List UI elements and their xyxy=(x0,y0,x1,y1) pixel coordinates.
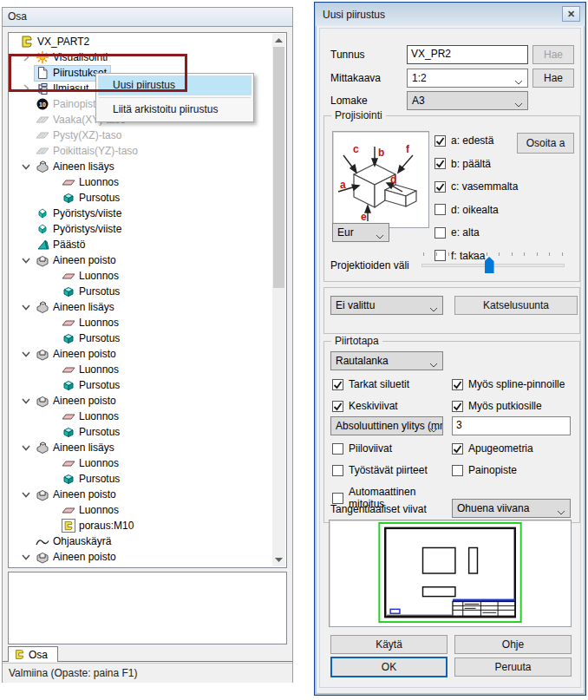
menu-item[interactable]: Uusi piirustus xyxy=(98,75,252,95)
overshoot-combo[interactable]: Absoluuttinen ylitys (mm) xyxy=(330,416,443,435)
checkbox-checked[interactable] xyxy=(434,158,446,169)
tree-item[interactable]: Poikittais(YZ)-taso xyxy=(9,143,272,159)
tree-item-body[interactable]: Pursotus xyxy=(61,285,123,299)
tree-item[interactable]: Pyöristys/viiste xyxy=(9,221,272,237)
tree-item-body[interactable]: Aputaso xyxy=(61,566,121,568)
tree-item[interactable]: Aputaso xyxy=(9,565,272,567)
view-direction-combo[interactable]: Ei valittu xyxy=(330,296,443,315)
osoita-a-button[interactable]: Osoita a xyxy=(517,133,574,154)
tree-item[interactable]: poraus:M10 xyxy=(9,518,272,533)
chevron-right-icon[interactable] xyxy=(17,50,35,64)
tree-item-body[interactable]: Aineen poisto xyxy=(35,487,120,502)
tree-item[interactable]: Luonnos xyxy=(9,502,272,518)
checkbox-unchecked[interactable] xyxy=(332,493,343,504)
tab-osa[interactable]: Osa xyxy=(8,646,58,662)
chevron-down-icon[interactable] xyxy=(17,300,35,314)
hae-button-2[interactable]: Hae xyxy=(532,69,574,88)
chevron-down-icon[interactable] xyxy=(17,394,35,408)
tree-item-body[interactable]: Aineen poisto xyxy=(35,394,120,409)
chevron-down-icon[interactable] xyxy=(17,441,35,455)
tree-item-body[interactable]: Luonnos xyxy=(61,269,122,284)
tree-item[interactable]: Pursotus xyxy=(9,190,272,206)
tree-item[interactable]: Visualisointi xyxy=(9,49,272,65)
tree-item-body[interactable]: Pursotus xyxy=(61,331,123,346)
checkbox-unchecked[interactable] xyxy=(332,443,343,455)
tree-item[interactable]: Pursotus xyxy=(9,330,272,346)
tree-item-body[interactable]: Aineen poisto xyxy=(35,253,120,268)
checkbox-unchecked[interactable] xyxy=(332,465,343,476)
chevron-right-icon[interactable] xyxy=(17,82,35,95)
tree-item-body[interactable]: Ohjauskäyrä xyxy=(35,534,114,549)
scroll-up-icon[interactable] xyxy=(272,34,285,47)
tree-item-body[interactable]: Aineen lisäys xyxy=(35,300,118,315)
tree-item-body[interactable]: Päästö xyxy=(35,238,88,252)
tree-item-body[interactable]: Pursotus xyxy=(61,472,123,487)
tree-scrollbar[interactable] xyxy=(272,34,285,566)
chevron-down-icon[interactable] xyxy=(17,253,35,267)
tree-item[interactable]: Aineen poisto xyxy=(9,346,272,362)
tree-item-body[interactable]: VX_PART2 xyxy=(19,35,93,49)
tree-item[interactable]: Aineen poisto xyxy=(9,487,272,502)
tree-item[interactable]: Aineen lisäys xyxy=(9,440,272,455)
tree-item[interactable]: Pursotus xyxy=(9,377,272,393)
tree-item-body[interactable]: Pysty(XZ)-taso xyxy=(35,128,125,143)
checkbox-unchecked[interactable] xyxy=(452,465,463,476)
tree-item-body[interactable]: Luonnos xyxy=(61,175,122,190)
tree-item[interactable]: Luonnos xyxy=(9,409,272,424)
chevron-down-icon[interactable] xyxy=(17,160,35,173)
tree-item-body[interactable]: Pursotus xyxy=(61,378,123,393)
tree-item-body[interactable]: 10Painopiste xyxy=(35,97,105,112)
help-button[interactable]: Ohje xyxy=(454,635,572,654)
scroll-down-icon[interactable] xyxy=(272,553,285,566)
apply-button[interactable]: Käytä xyxy=(330,635,448,654)
tangent-lines-combo[interactable]: Ohuena viivana xyxy=(452,499,571,518)
tree-item-body[interactable]: Pursotus xyxy=(61,191,123,206)
tree-item-body[interactable]: Luonnos xyxy=(61,503,122,518)
tree-item[interactable]: Luonnos xyxy=(9,315,272,330)
dialog-titlebar[interactable]: Uusi piirustus xyxy=(316,3,585,26)
chevron-down-icon[interactable] xyxy=(17,487,35,501)
tree-item-body[interactable]: Aineen lisäys xyxy=(35,441,118,455)
close-icon[interactable]: ✕ xyxy=(562,6,580,22)
tree-item[interactable]: Ohjauskäyrä xyxy=(9,533,272,549)
slider-thumb[interactable] xyxy=(485,257,494,273)
tree-item-body[interactable]: Ilmiasut xyxy=(35,82,92,96)
tree-item-body[interactable]: Pyöristys/viiste xyxy=(35,206,125,221)
tree-item-body[interactable]: Aineen lisäys xyxy=(35,160,118,174)
sheet-format-combo[interactable]: A3 xyxy=(407,91,528,110)
tree-item[interactable]: Aineen poisto xyxy=(9,393,272,409)
tree-item-body[interactable]: Poikittais(YZ)-taso xyxy=(35,144,141,159)
tree-item[interactable]: VX_PART2 xyxy=(9,34,272,49)
checkbox-checked[interactable] xyxy=(452,401,463,412)
tunnus-field[interactable]: VX_PR2 xyxy=(407,45,528,64)
tree-item-body[interactable]: poraus:M10 xyxy=(61,519,137,533)
checkbox-unchecked[interactable] xyxy=(434,204,446,215)
checkbox-checked[interactable] xyxy=(434,181,446,193)
tree-item-body[interactable]: Luonnos xyxy=(61,316,122,330)
tree-item[interactable]: Pursotus xyxy=(9,284,272,299)
tree-item[interactable]: Luonnos xyxy=(9,174,272,190)
checkbox-unchecked[interactable] xyxy=(434,227,446,239)
checkbox-checked[interactable] xyxy=(452,379,463,390)
tree-item[interactable]: Luonnos xyxy=(9,362,272,377)
tree-item-body[interactable]: Pursotus xyxy=(61,425,123,440)
tree-item[interactable]: Aineen poisto xyxy=(9,252,272,268)
tree-item[interactable]: Aineen lisäys xyxy=(9,159,272,174)
tree-item[interactable]: Päästö xyxy=(9,237,272,252)
tree-item-body[interactable]: Pyöristys/viiste xyxy=(35,222,125,237)
tree-item-body[interactable]: Luonnos xyxy=(61,363,122,377)
standard-combo[interactable]: Eur xyxy=(332,223,389,242)
tree-item-body[interactable]: Aineen poisto xyxy=(35,347,120,362)
tree-item-body[interactable]: Luonnos xyxy=(61,456,122,471)
tree-item[interactable]: Pyöristys/viiste xyxy=(9,206,272,221)
tree-item-body[interactable]: Luonnos xyxy=(61,409,122,424)
checkbox-checked[interactable] xyxy=(332,379,343,390)
tree-item-body[interactable]: Aineen poisto xyxy=(35,550,120,565)
scroll-thumb[interactable] xyxy=(273,47,284,288)
katselusuunta-button[interactable]: Katselusuunta xyxy=(454,296,578,315)
tree-item[interactable]: Pursotus xyxy=(9,424,272,440)
tree-item[interactable]: Aineen poisto xyxy=(9,549,272,565)
tree-item-body[interactable]: Visualisointi xyxy=(35,50,111,65)
chevron-down-icon[interactable] xyxy=(17,347,35,361)
tree-item[interactable]: Luonnos xyxy=(9,455,272,471)
